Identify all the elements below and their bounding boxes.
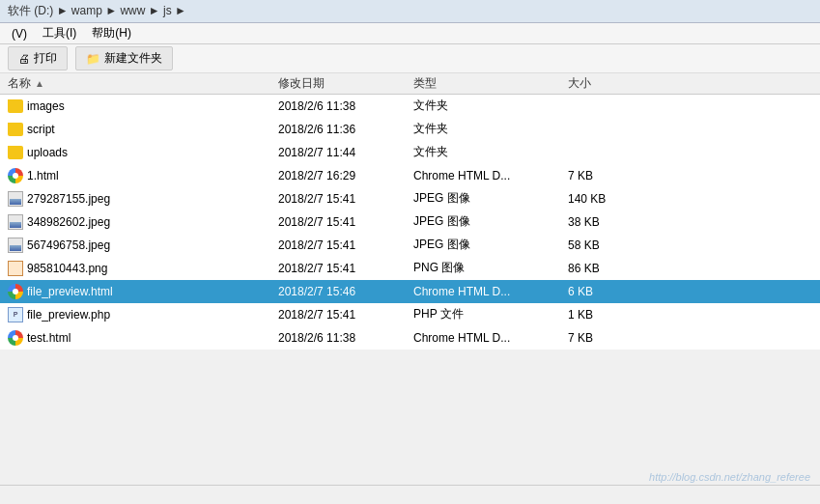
file-type: JPEG 图像 [410, 237, 564, 253]
jpeg-icon [8, 191, 23, 207]
watermark: http://blog.csdn.net/zhang_referee [649, 471, 810, 483]
menu-bar: (V) 工具(I) 帮助(H) [0, 23, 820, 44]
file-size: 7 KB [564, 331, 641, 345]
file-name: test.html [27, 331, 71, 345]
file-modified: 2018/2/6 11:36 [274, 123, 410, 136]
table-row[interactable]: images 2018/2/6 11:38 文件夹 [0, 95, 820, 118]
file-modified: 2018/2/6 11:38 [274, 331, 410, 345]
file-modified: 2018/2/7 15:41 [274, 238, 410, 252]
col-name[interactable]: 名称 ▲ [4, 75, 274, 92]
file-name: file_preview.html [27, 285, 113, 298]
column-headers: 名称 ▲ 修改日期 类型 大小 [0, 73, 820, 95]
table-row[interactable]: 348982602.jpeg 2018/2/7 15:41 JPEG 图像 38… [0, 210, 820, 234]
breadcrumb-bar: 软件 (D:) ► wamp ► www ► js ► [0, 0, 820, 23]
file-modified: 2018/2/7 11:44 [274, 146, 410, 159]
file-modified: 2018/2/7 15:41 [274, 308, 410, 322]
table-row[interactable]: 1.html 2018/2/7 16:29 Chrome HTML D... 7… [0, 164, 820, 187]
jpeg-icon [8, 238, 23, 253]
menu-tools[interactable]: 工具(I) [35, 23, 84, 43]
table-row[interactable]: test.html 2018/2/6 11:38 Chrome HTML D..… [0, 326, 820, 350]
jpeg-icon [8, 214, 23, 230]
menu-help[interactable]: 帮助(H) [84, 23, 139, 43]
file-type: 文件夹 [410, 144, 564, 160]
file-modified: 2018/2/7 15:41 [274, 192, 410, 206]
file-type: PNG 图像 [410, 260, 564, 276]
file-name: images [27, 99, 65, 113]
file-type: Chrome HTML D... [410, 285, 564, 298]
chrome-icon [8, 168, 23, 183]
file-name: file_preview.php [27, 308, 110, 322]
new-folder-button[interactable]: 📁 新建文件夹 [75, 46, 173, 70]
file-type: PHP 文件 [410, 306, 564, 322]
table-row[interactable]: P file_preview.php 2018/2/7 15:41 PHP 文件… [0, 303, 820, 326]
table-row[interactable]: script 2018/2/6 11:36 文件夹 [0, 118, 820, 141]
sort-arrow: ▲ [35, 78, 44, 89]
file-type: JPEG 图像 [410, 190, 564, 207]
file-type: 文件夹 [410, 98, 564, 114]
file-name: 985810443.png [27, 262, 107, 275]
table-row[interactable]: 985810443.png 2018/2/7 15:41 PNG 图像 86 K… [0, 257, 820, 280]
menu-view[interactable]: (V) [4, 25, 35, 42]
file-type: Chrome HTML D... [410, 169, 564, 182]
php-icon: P [8, 307, 23, 322]
breadcrumb: 软件 (D:) ► wamp ► www ► js ► [8, 3, 186, 19]
folder-icon [8, 146, 23, 159]
file-size: 140 KB [564, 192, 641, 206]
file-size: 38 KB [564, 215, 641, 229]
file-name: 279287155.jpeg [27, 192, 110, 206]
file-size: 86 KB [564, 262, 641, 275]
table-row[interactable]: 279287155.jpeg 2018/2/7 15:41 JPEG 图像 14… [0, 187, 820, 210]
file-size: 1 KB [564, 308, 641, 322]
file-name: 1.html [27, 169, 59, 182]
table-row[interactable]: uploads 2018/2/7 11:44 文件夹 [0, 141, 820, 164]
col-type[interactable]: 类型 [410, 75, 564, 92]
file-type: 文件夹 [410, 121, 564, 137]
new-folder-label: 新建文件夹 [104, 50, 162, 67]
file-size: 58 KB [564, 238, 641, 252]
chrome-icon [8, 330, 23, 346]
file-size: 7 KB [564, 169, 641, 182]
table-row[interactable]: 567496758.jpeg 2018/2/7 15:41 JPEG 图像 58… [0, 234, 820, 257]
table-row[interactable]: file_preview.html 2018/2/7 15:46 Chrome … [0, 280, 820, 303]
print-icon: 🖨 [18, 52, 30, 66]
file-list[interactable]: images 2018/2/6 11:38 文件夹 script 2018/2/… [0, 95, 820, 350]
file-type: JPEG 图像 [410, 213, 564, 230]
file-modified: 2018/2/7 15:41 [274, 215, 410, 229]
file-modified: 2018/2/7 15:41 [274, 262, 410, 275]
chrome-icon [8, 284, 23, 299]
status-bar: http://blog.csdn.net/zhang_referee [0, 485, 820, 504]
col-size[interactable]: 大小 [564, 75, 641, 92]
file-type: Chrome HTML D... [410, 331, 564, 345]
file-name: 348982602.jpeg [27, 215, 110, 229]
file-modified: 2018/2/7 15:46 [274, 285, 410, 298]
col-modified[interactable]: 修改日期 [274, 75, 410, 92]
new-folder-icon: 📁 [86, 52, 100, 66]
folder-icon [8, 123, 23, 136]
file-name: script [27, 123, 55, 136]
toolbar: 🖨 打印 📁 新建文件夹 [0, 44, 820, 73]
file-modified: 2018/2/7 16:29 [274, 169, 410, 182]
folder-icon [8, 99, 23, 113]
file-name: 567496758.jpeg [27, 238, 110, 252]
print-label: 打印 [34, 50, 57, 67]
file-size: 6 KB [564, 285, 641, 298]
png-icon [8, 261, 23, 276]
print-button[interactable]: 🖨 打印 [8, 46, 68, 70]
file-name: uploads [27, 146, 68, 159]
file-modified: 2018/2/6 11:38 [274, 99, 410, 113]
